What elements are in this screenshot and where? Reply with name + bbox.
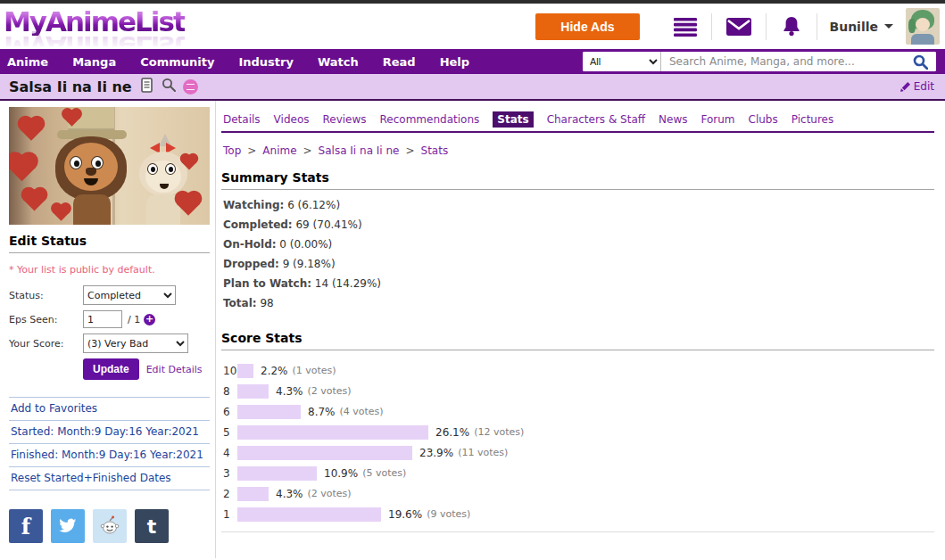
score-label: 6 (223, 406, 237, 418)
eps-seen-label: Eps Seen: (9, 314, 83, 325)
reddit-icon[interactable] (93, 509, 127, 543)
score-percent: 23.9% (419, 447, 453, 459)
score-label: 1 (223, 508, 237, 521)
tab-details[interactable]: Details (223, 113, 261, 126)
score-bar (237, 487, 269, 501)
search-category-select[interactable]: All (583, 52, 661, 71)
nav-item-manga[interactable]: Manga (72, 55, 116, 69)
sidebar-link-finished[interactable]: Finished: Month:9 Day:16 Year:2021 (9, 444, 210, 467)
bell-icon[interactable] (767, 16, 817, 37)
edit-details-link[interactable]: Edit Details (146, 364, 203, 375)
breadcrumb: Top>Anime>Salsa Ii na Ii ne>Stats (221, 144, 934, 157)
tab-stats[interactable]: Stats (493, 111, 533, 128)
score-bar-row: 24.3%(2 votes) (221, 483, 934, 504)
social-share-row: f t (9, 509, 210, 543)
breadcrumb-top[interactable]: Top (223, 144, 241, 157)
tab-recommendations[interactable]: Recommendations (380, 113, 480, 126)
content-tabs: DetailsVideosReviewsRecommendationsStats… (221, 101, 934, 133)
score-bar (237, 384, 269, 399)
user-menu[interactable]: Bunille (817, 20, 907, 34)
score-votes: (2 votes) (308, 488, 352, 499)
breadcrumb-stats[interactable]: Stats (421, 144, 449, 157)
edit-entry-link[interactable]: Edit (900, 80, 934, 93)
score-bar (237, 466, 317, 481)
summary-stat-row: Dropped: 9 (9.18%) (223, 259, 934, 269)
main-nav-items: AnimeMangaCommunityIndustryWatchReadHelp (7, 55, 493, 69)
tab-news[interactable]: News (659, 113, 687, 126)
search-input[interactable] (661, 52, 904, 71)
page-title-bar: Salsa Ii na Ii ne Edit (0, 74, 945, 101)
sidebar-link-reset-started-finished-dates[interactable]: Reset Started+Finished Dates (9, 467, 210, 490)
score-percent: 10.9% (324, 467, 358, 480)
score-bar (237, 446, 412, 460)
score-votes: (4 votes) (340, 406, 384, 417)
nav-item-anime[interactable]: Anime (7, 55, 48, 69)
score-select[interactable]: (3) Very Bad (83, 334, 188, 353)
title-search-icon[interactable] (162, 78, 176, 95)
score-label: 4 (223, 447, 237, 459)
score-votes: (9 votes) (427, 508, 470, 520)
summary-stat-row: Total: 98 (223, 298, 934, 309)
copy-title-icon[interactable] (141, 78, 154, 96)
score-bar-row: 102.2%(1 votes) (221, 360, 934, 381)
score-bar (237, 425, 428, 440)
score-label: 2 (223, 488, 237, 500)
tab-characters-staff[interactable]: Characters & Staff (547, 113, 645, 126)
site-logo[interactable]: MyAnimeList MyAnimeList (4, 7, 209, 46)
japanese-title-badge-icon[interactable] (183, 79, 198, 95)
breadcrumb-salsa-ii-na-ii-ne[interactable]: Salsa Ii na Ii ne (319, 144, 400, 157)
eps-total: / 1 (128, 314, 140, 325)
score-bar-row: 119.6%(9 votes) (221, 504, 934, 524)
score-label: 8 (223, 385, 237, 398)
increment-eps-icon[interactable] (144, 314, 155, 325)
list-icon[interactable] (659, 17, 711, 37)
score-votes: (2 votes) (308, 385, 352, 397)
heart-decoration (53, 204, 69, 220)
avatar[interactable] (906, 8, 940, 45)
eps-seen-input[interactable] (83, 310, 122, 328)
summary-stat-row: Completed: 69 (70.41%) (223, 219, 934, 230)
score-percent: 19.6% (388, 508, 422, 521)
site-logo-reflection: MyAnimeList (4, 31, 185, 46)
anime-cover-image[interactable] (9, 107, 210, 225)
tab-reviews[interactable]: Reviews (322, 113, 366, 126)
summary-stat-row: Watching: 6 (6.12%) (223, 200, 934, 210)
summary-stat-row: On-Hold: 0 (0.00%) (223, 239, 934, 250)
search-bar: All (583, 52, 936, 71)
score-bar-row: 310.9%(5 votes) (221, 463, 934, 483)
sidebar-link-started[interactable]: Started: Month:9 Day:16 Year:2021 (9, 421, 210, 444)
main-nav: AnimeMangaCommunityIndustryWatchReadHelp… (0, 49, 945, 74)
edit-status-heading: Edit Status (9, 234, 210, 253)
heart-decoration (177, 193, 199, 215)
nav-item-industry[interactable]: Industry (238, 55, 294, 69)
score-votes: (11 votes) (458, 447, 508, 458)
nav-item-help[interactable]: Help (440, 55, 469, 69)
breadcrumb-anime[interactable]: Anime (262, 144, 296, 157)
summary-stats-heading: Summary Stats (221, 170, 934, 190)
nav-item-watch[interactable]: Watch (318, 55, 359, 69)
tumblr-icon[interactable]: t (135, 509, 169, 543)
mail-icon[interactable] (712, 18, 766, 36)
tab-pictures[interactable]: Pictures (792, 113, 834, 126)
status-select[interactable]: Completed (83, 285, 176, 305)
tab-videos[interactable]: Videos (274, 113, 310, 126)
sidebar-link-add-to-favorites[interactable]: Add to Favorites (9, 397, 210, 421)
tab-clubs[interactable]: Clubs (749, 113, 778, 126)
search-submit-button[interactable] (904, 52, 936, 71)
score-votes: (5 votes) (362, 467, 406, 479)
username-text: Bunille (830, 20, 879, 34)
nav-item-community[interactable]: Community (140, 55, 214, 69)
your-score-label: Your Score: (9, 338, 83, 350)
score-bar (237, 405, 301, 419)
hide-ads-button[interactable]: Hide Ads (535, 13, 639, 40)
update-button[interactable]: Update (83, 358, 139, 380)
score-bar (237, 364, 253, 378)
facebook-icon[interactable]: f (9, 509, 43, 543)
score-bar-row: 84.3%(2 votes) (221, 381, 934, 401)
twitter-icon[interactable] (51, 509, 85, 543)
nav-item-read[interactable]: Read (383, 55, 416, 69)
breadcrumb-separator: > (303, 144, 312, 157)
score-label: 10 (223, 365, 237, 377)
chevron-down-icon (884, 24, 893, 29)
tab-forum[interactable]: Forum (701, 113, 735, 126)
